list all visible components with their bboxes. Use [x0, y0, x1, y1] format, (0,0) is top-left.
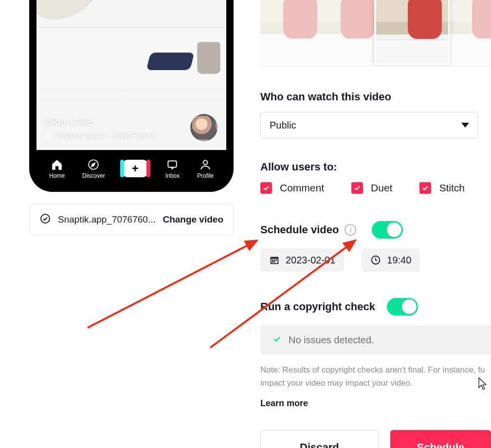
schedule-date-input[interactable]: 2023-02-01 [260, 248, 344, 272]
nav-home[interactable]: Home [49, 158, 65, 179]
svg-point-7 [41, 214, 50, 223]
calendar-icon [269, 255, 280, 265]
uploaded-filename: Snaptik.app_7076760... [58, 214, 156, 225]
allow-stitch-checkbox[interactable]: Stitch [419, 182, 465, 194]
nav-discover[interactable]: Discover [82, 158, 105, 179]
phone-preview: @Юра Райс Original sound - Юра Райс С Ho… [29, 0, 234, 192]
home-icon [51, 158, 63, 171]
video-preview[interactable]: @Юра Райс Original sound - Юра Райс С [36, 0, 226, 150]
svg-rect-12 [275, 260, 277, 261]
svg-rect-11 [274, 260, 275, 261]
svg-rect-5 [168, 161, 177, 167]
profile-icon [199, 158, 212, 171]
sound-disc-avatar[interactable] [190, 114, 218, 141]
music-note-icon [44, 132, 52, 140]
caption-sound: Original sound - Юра Райс С [44, 131, 157, 140]
nav-inbox[interactable]: Inbox [165, 158, 180, 179]
nav-profile[interactable]: Profile [197, 158, 214, 179]
caption-username: @Юра Райс [44, 118, 157, 128]
check-icon [272, 334, 282, 346]
privacy-select[interactable]: Public [260, 112, 478, 138]
chevron-down-icon [461, 123, 469, 128]
cover-frame[interactable] [260, 0, 318, 62]
cover-frame[interactable] [449, 0, 491, 62]
privacy-label: Who can watch this video [260, 91, 491, 103]
inbox-icon [166, 158, 179, 171]
cover-frame[interactable] [318, 0, 375, 62]
discard-button[interactable]: Discard [260, 430, 379, 448]
svg-point-6 [203, 160, 208, 165]
cover-picker[interactable] [260, 0, 491, 66]
check-circle-icon [39, 213, 51, 226]
copyright-label: Run a copyright check [260, 300, 375, 313]
allow-duet-checkbox[interactable]: Duet [351, 182, 392, 194]
cover-frame-selected[interactable] [375, 0, 449, 62]
phone-bottom-nav: Home Discover + Inbox Profile [36, 150, 226, 192]
copyright-result: No issues detected. [260, 325, 491, 355]
copyright-toggle[interactable] [387, 298, 418, 316]
copyright-note: Note: Results of copyright checks aren't… [260, 363, 491, 390]
schedule-time-input[interactable]: 19:40 [362, 248, 420, 272]
svg-line-16 [88, 241, 257, 328]
schedule-label: Schedule video [260, 224, 339, 236]
schedule-button[interactable]: Schedule [390, 430, 491, 448]
file-bar: Snaptik.app_7076760... Change video [29, 204, 234, 236]
svg-rect-13 [272, 261, 273, 262]
privacy-value: Public [270, 120, 296, 131]
checkbox-checked-icon [419, 182, 431, 194]
allow-users-label: Allow users to: [260, 161, 491, 173]
allow-comment-checkbox[interactable]: Comment [260, 182, 324, 194]
checkbox-checked-icon [351, 182, 363, 194]
checkbox-checked-icon [260, 182, 272, 194]
svg-rect-14 [274, 261, 275, 262]
learn-more-link[interactable]: Learn more [260, 398, 491, 409]
clock-icon [370, 255, 381, 265]
svg-rect-10 [272, 260, 273, 261]
video-caption: @Юра Райс Original sound - Юра Райс С [44, 118, 157, 140]
schedule-toggle[interactable] [372, 221, 403, 239]
compass-icon [87, 158, 100, 171]
nav-create-button[interactable]: + [123, 160, 148, 177]
info-icon[interactable]: i [345, 224, 356, 236]
change-video-link[interactable]: Change video [163, 214, 223, 225]
